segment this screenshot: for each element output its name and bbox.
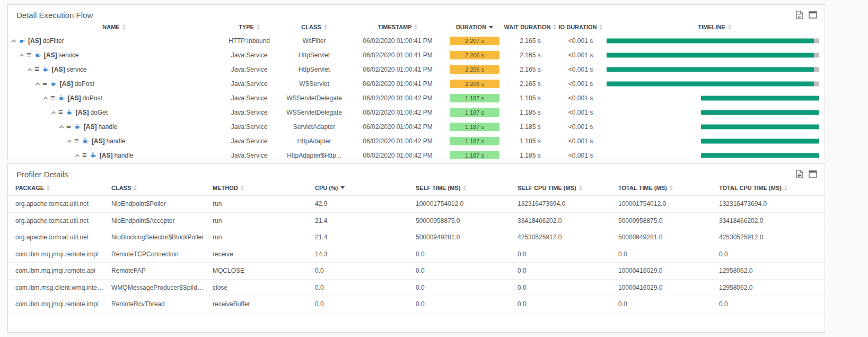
- timestamp-cell: 06/02/2020 01:00:42 PM: [350, 137, 445, 145]
- node-name: [AS]handle: [100, 152, 134, 159]
- column-header-self-cpu-time[interactable]: SELF CPU TIME (MS): [510, 185, 611, 191]
- execution-flow-row[interactable]: ≡ [AS]handle Java:Service HttpAdapter 06…: [8, 134, 825, 148]
- self-cpu-time-cell: 0.0: [510, 250, 611, 258]
- column-label: TOTAL TIME (MS): [618, 185, 667, 191]
- duration-badge: 1.187 s: [450, 151, 499, 160]
- column-header-cpu[interactable]: CPU (%): [308, 185, 408, 191]
- collapse-chevron-icon[interactable]: [59, 125, 64, 129]
- menu-icon[interactable]: ≡: [66, 123, 71, 131]
- menu-icon[interactable]: ≡: [50, 94, 55, 102]
- column-header-type[interactable]: TYPE: [220, 24, 278, 30]
- io-duration-cell: <0.001 s: [557, 51, 604, 59]
- wait-duration-cell: 1.185 s: [504, 94, 557, 102]
- execution-flow-toolbar: [796, 11, 817, 19]
- self-time-cell: 0.0: [408, 284, 510, 291]
- timeline-track: [607, 91, 819, 105]
- name-cell: ≡ [AS]service: [8, 51, 220, 59]
- menu-icon[interactable]: ≡: [42, 80, 47, 88]
- timeline-cell: [604, 105, 825, 119]
- profiler-row[interactable]: org.apache.tomcat.util.net NioEndpoint$A…: [8, 213, 825, 230]
- column-header-class[interactable]: CLASS: [278, 24, 350, 30]
- menu-icon[interactable]: ≡: [58, 109, 63, 116]
- duration-badge: 2.206 s: [450, 80, 499, 88]
- column-header-method[interactable]: METHOD: [205, 185, 308, 191]
- self-time-cell: 100001754012.0: [408, 200, 510, 208]
- column-header-io-duration[interactable]: IO DURATION: [557, 24, 604, 30]
- collapse-chevron-icon[interactable]: [20, 54, 24, 58]
- java-icon: [90, 152, 97, 159]
- timeline-cell: [604, 119, 825, 134]
- sort-icon: [579, 185, 582, 191]
- collapse-chevron-icon[interactable]: [51, 111, 56, 115]
- method-cell: MQCLOSE: [205, 267, 308, 274]
- execution-flow-row[interactable]: ≡ [AS]doGet Java:Service WSServletDelega…: [8, 105, 825, 119]
- collapse-chevron-icon[interactable]: [43, 97, 48, 101]
- wait-duration-cell: 2.165 s: [504, 66, 557, 73]
- profiler-row[interactable]: com.ibm.msg.client.wmq.internal WMQMessa…: [8, 280, 825, 297]
- wait-duration-cell: 1.185 s: [504, 109, 557, 116]
- duration-cell: 1.187 s: [445, 137, 504, 145]
- menu-icon[interactable]: ≡: [34, 66, 39, 73]
- timeline-bar: [607, 38, 814, 43]
- total-time-cell: 0.0: [611, 300, 712, 308]
- profiler-title: Profiler Details: [16, 170, 68, 179]
- execution-flow-row[interactable]: ≡ [AS]service Java:Service HttpServlet 0…: [8, 48, 825, 62]
- total-time-cell: 0.0: [611, 250, 712, 258]
- execution-flow-row[interactable]: [AS]doFilter HTTP:Inbound WsFilter 06/02…: [8, 33, 825, 48]
- class-cell: NioEndpoint$Acceptor: [104, 217, 205, 224]
- export-csv-icon[interactable]: [796, 11, 804, 19]
- column-header-total-cpu-time[interactable]: TOTAL CPU TIME (MS): [712, 185, 825, 191]
- column-header-total-time[interactable]: TOTAL TIME (MS): [611, 185, 712, 191]
- export-csv-icon[interactable]: [796, 170, 804, 178]
- sort-icon: [463, 185, 466, 191]
- collapse-chevron-icon[interactable]: [28, 68, 32, 72]
- sort-icon: [340, 186, 345, 189]
- node-name: [AS]handle: [84, 123, 118, 131]
- profiler-row[interactable]: org.apache.tomcat.util.net NioBlockingSe…: [8, 229, 825, 246]
- io-duration-cell: <0.001 s: [557, 109, 604, 116]
- collapse-chevron-icon[interactable]: [75, 154, 80, 158]
- column-header-duration[interactable]: DURATION: [445, 24, 504, 30]
- column-header-timestamp[interactable]: TIMESTAMP: [350, 24, 445, 30]
- execution-flow-title: Detail Execution Flow: [16, 11, 93, 20]
- profiler-row[interactable]: com.ibm.mq.jmqi.remote.api RemoteFAP MQC…: [8, 263, 825, 280]
- collapse-chevron-icon[interactable]: [36, 82, 40, 87]
- timeline-bar: [701, 110, 819, 115]
- node-name: [AS]handle: [92, 137, 126, 145]
- class-cell: HttpAdapter: [278, 137, 350, 145]
- collapse-chevron-icon[interactable]: [67, 140, 72, 144]
- collapse-chevron-icon[interactable]: [12, 39, 16, 44]
- self-cpu-time-cell: 0.0: [510, 267, 611, 274]
- column-header-self-time[interactable]: SELF TIME (MS): [408, 185, 510, 191]
- profiler-row[interactable]: org.apache.tomcat.util.net NioEndpoint$P…: [8, 196, 825, 213]
- column-header-wait-duration[interactable]: WAIT DURATION: [504, 24, 557, 30]
- open-window-icon[interactable]: [809, 170, 817, 178]
- self-time-cell: 0.0: [408, 250, 510, 258]
- sort-icon: [241, 185, 244, 191]
- column-label: SELF CPU TIME (MS): [518, 185, 576, 191]
- column-header-timeline[interactable]: TIMELINE: [604, 24, 825, 30]
- column-header-package[interactable]: PACKAGE: [8, 185, 104, 191]
- column-label: TIMELINE: [698, 24, 725, 30]
- menu-icon[interactable]: ≡: [27, 51, 31, 59]
- execution-flow-header-bar: Detail Execution Flow: [8, 5, 825, 21]
- profiler-row[interactable]: com.ibm.mq.jmqi.remote.impl RemoteTCPCon…: [8, 246, 825, 263]
- menu-icon[interactable]: ≡: [82, 152, 87, 159]
- column-header-name[interactable]: NAME: [8, 24, 220, 30]
- node-name: [AS]doPost: [68, 94, 102, 102]
- method-cell: receive: [205, 250, 308, 258]
- execution-flow-row[interactable]: ≡ [AS]doPost Java:Service WSServlet 06/0…: [8, 76, 825, 91]
- execution-flow-row[interactable]: ≡ [AS]handle Java:Service ServletAdapter…: [8, 119, 825, 134]
- method-cell: run: [205, 200, 308, 208]
- column-header-class[interactable]: CLASS: [104, 185, 205, 191]
- open-window-icon[interactable]: [809, 11, 817, 19]
- menu-icon[interactable]: ≡: [74, 137, 79, 145]
- timestamp-cell: 06/02/2020 01:00:41 PM: [350, 37, 445, 45]
- timestamp-cell: 06/02/2020 01:00:42 PM: [350, 152, 445, 159]
- execution-flow-row[interactable]: ≡ [AS]doPost Java:Service WSServletDeleg…: [8, 91, 825, 105]
- execution-flow-row[interactable]: ≡ [AS]service Java:Service HttpServlet 0…: [8, 62, 825, 76]
- execution-flow-row[interactable]: ≡ [AS]handle Java:Service HttpAdapter$Ht…: [8, 148, 825, 159]
- io-duration-cell: <0.001 s: [557, 80, 604, 88]
- profiler-row[interactable]: com.ibm.mq.jmqi.remote.impl RemoteRcvThr…: [8, 296, 825, 313]
- duration-badge: 1.187 s: [450, 123, 499, 131]
